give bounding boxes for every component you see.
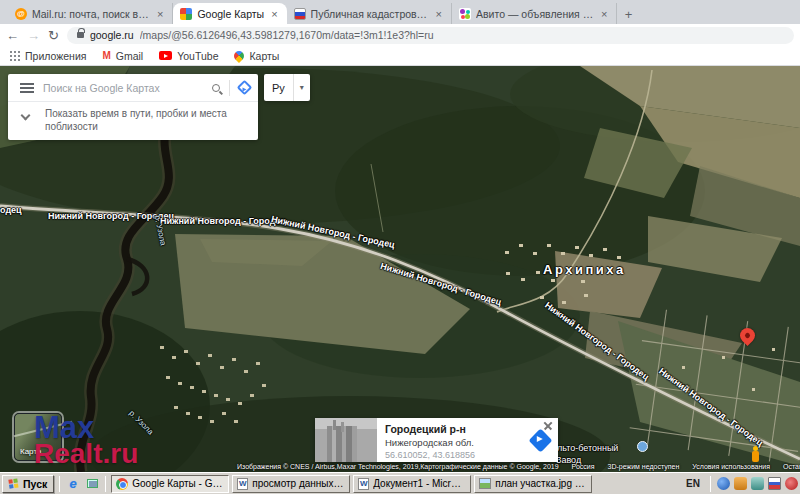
divider (710, 476, 711, 492)
maps-search-panel: Показать время в пути, пробки и места по… (8, 74, 258, 140)
task-label: план участка.jpg - Сре... (495, 478, 587, 489)
feedback-link[interactable]: Оставить отзыв (783, 463, 800, 470)
map-viewport[interactable]: одец Нижний Новгород - Городец Нижний Но… (0, 66, 800, 472)
bookmark-label: Карты (249, 50, 279, 62)
tab-title: Авито — объявления в Нижнем Ни (476, 8, 594, 20)
terms-link[interactable]: Условия использования (692, 463, 770, 470)
tab-mailru[interactable]: @ Mail.ru: почта, поиск в интернете × (8, 3, 173, 24)
browser-toolbar: ← → ↻ google.ru/maps/@56.6126496,43.5981… (0, 24, 800, 46)
task-label: просмотр данных инст... (252, 478, 345, 489)
internet-explorer-icon[interactable]: e (65, 476, 81, 492)
menu-icon[interactable] (20, 83, 34, 93)
mode-label[interactable]: 3D-режим недоступен (608, 463, 680, 470)
system-tray: EN (678, 475, 798, 493)
new-tab-button[interactable]: + (617, 4, 639, 24)
word-icon: W (237, 478, 248, 490)
imagery-credit: Изображения © CNES / Airbus,Maxar Techno… (237, 463, 559, 470)
task-image-viewer[interactable]: план участка.jpg - Сре... (474, 475, 592, 493)
tab-title: Google Карты (197, 8, 264, 20)
tab-close-icon[interactable]: × (599, 8, 609, 20)
task-label: Документ1 - Microsoft ... (373, 478, 466, 489)
tray-icon-blue[interactable] (717, 477, 730, 490)
word-icon: W (358, 478, 369, 490)
mailru-icon: @ (15, 8, 27, 20)
watermark: Max Realt.ru (34, 415, 138, 466)
bookmark-maps[interactable]: Карты (234, 50, 279, 62)
windows-logo-icon (8, 478, 19, 489)
url-domain: google.ru (90, 29, 134, 41)
tab-title: Mail.ru: почта, поиск в интернете (32, 8, 150, 20)
bookmarks-bar: Приложения M Gmail YouTube Карты (0, 46, 800, 66)
directions-icon[interactable] (237, 80, 253, 96)
task-google-maps[interactable]: Google Карты - Googl... (111, 475, 229, 493)
windows-taskbar: Пуск e Google Карты - Googl... W просмот… (0, 472, 800, 494)
place-info: Городецкий р-н Нижегородская обл. 56.610… (377, 418, 522, 462)
road-label: Нижний Новгород - Городец (160, 216, 286, 226)
forward-icon[interactable]: → (27, 29, 40, 42)
lock-icon (77, 32, 84, 38)
maps-pin-icon (232, 48, 246, 62)
place-info-card[interactable]: Городецкий р-н Нижегородская обл. 56.610… (315, 418, 558, 462)
bookmark-apps[interactable]: Приложения (10, 50, 86, 62)
tray-icon-teal[interactable] (751, 477, 764, 490)
caret-down-icon[interactable]: ▾ (293, 74, 310, 101)
google-maps-icon (180, 8, 192, 20)
bookmark-youtube[interactable]: YouTube (159, 50, 218, 62)
language-code: Ру (264, 82, 293, 94)
pegman-icon[interactable] (751, 446, 760, 462)
language-switch[interactable]: Ру ▾ (264, 74, 310, 101)
place-title: Городецкий р-н (385, 423, 520, 435)
close-icon[interactable] (542, 420, 554, 432)
reload-icon[interactable]: ↻ (48, 29, 59, 42)
image-file-icon (479, 478, 491, 489)
language-indicator[interactable]: EN (682, 478, 704, 489)
place-coordinates: 56.610052, 43.618856 (385, 450, 520, 460)
place-photo-thumbnail[interactable] (315, 418, 377, 462)
place-subtitle: Нижегородская обл. (385, 437, 520, 448)
tab-title: Публичная кадастровая карта Ни (311, 8, 429, 20)
tab-close-icon[interactable]: × (269, 8, 279, 20)
tab-cadastral-map[interactable]: Публичная кадастровая карта Ни × (287, 3, 452, 24)
back-icon[interactable]: ← (6, 29, 19, 42)
avito-icon (459, 8, 471, 20)
gmail-icon: M (102, 50, 110, 61)
watermark-line2: Realt.ru (34, 442, 138, 466)
search-icon[interactable] (212, 84, 220, 92)
tab-avito[interactable]: Авито — объявления в Нижнем Ни × (452, 3, 617, 24)
suggestion-text: Показать время в пути, пробки и места по… (45, 108, 248, 133)
start-button[interactable]: Пуск (2, 475, 54, 493)
tray-icon-orange[interactable] (734, 477, 747, 490)
task-word-doc2[interactable]: W Документ1 - Microsoft ... (353, 475, 471, 493)
country-label: Россия (572, 463, 595, 470)
divider (105, 476, 106, 492)
poi-icon[interactable] (637, 441, 648, 452)
url-path: /maps/@56.6126496,43.5981279,1670m/data=… (140, 29, 434, 41)
tray-icon-flag[interactable] (768, 477, 781, 490)
task-word-doc1[interactable]: W просмотр данных инст... (232, 475, 350, 493)
russian-flag-icon (294, 8, 306, 20)
chevron-down-icon (21, 111, 31, 121)
tab-close-icon[interactable]: × (434, 8, 444, 20)
divider (229, 80, 230, 96)
road-label-partial: одец (0, 205, 22, 215)
youtube-icon (159, 51, 172, 60)
bookmark-label: YouTube (177, 50, 218, 62)
tab-close-icon[interactable]: × (155, 8, 165, 20)
bookmark-label: Приложения (25, 50, 86, 62)
bookmark-label: Gmail (116, 50, 143, 62)
start-label: Пуск (23, 478, 47, 490)
commute-suggestion[interactable]: Показать время в пути, пробки и места по… (8, 102, 258, 140)
tab-google-maps[interactable]: Google Карты × (173, 3, 286, 24)
tray-icon-red[interactable] (785, 477, 798, 490)
task-label: Google Карты - Googl... (132, 478, 224, 489)
chrome-icon (116, 478, 128, 490)
bookmark-gmail[interactable]: M Gmail (102, 50, 143, 62)
place-label-arkhipikha: Архипиха (543, 262, 626, 277)
address-bar[interactable]: google.ru/maps/@56.6126496,43.5981279,16… (67, 27, 794, 44)
show-desktop-icon[interactable] (84, 476, 100, 492)
divider (59, 476, 60, 492)
apps-grid-icon (10, 51, 20, 61)
browser-tab-strip: @ Mail.ru: почта, поиск в интернете × Go… (0, 0, 800, 24)
search-input[interactable] (43, 82, 203, 94)
